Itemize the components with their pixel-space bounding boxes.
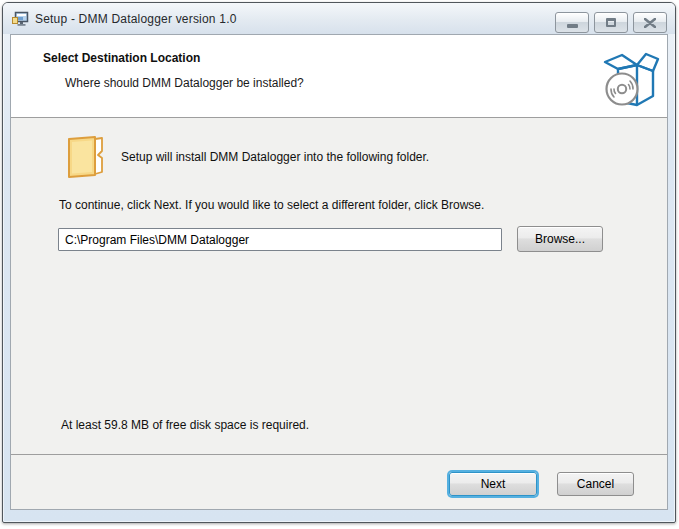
install-description: Setup will install DMM Datalogger into t… [121, 150, 429, 164]
instruction-text: To continue, click Next. If you would li… [59, 198, 484, 212]
close-button[interactable] [633, 12, 667, 33]
close-icon [644, 18, 656, 28]
destination-path-input[interactable] [58, 228, 502, 251]
maximize-button[interactable] [594, 12, 628, 33]
setup-monitor-icon [12, 11, 29, 27]
open-folder-icon [64, 133, 106, 179]
next-button[interactable]: Next [449, 472, 537, 496]
open-box-cd-icon [597, 44, 661, 109]
wizard-content: Select Destination Location Where should… [10, 34, 668, 510]
cancel-button[interactable]: Cancel [557, 472, 634, 496]
caption-buttons [555, 12, 667, 33]
maximize-icon [606, 18, 616, 27]
disk-space-text: At least 59.8 MB of free disk space is r… [61, 418, 309, 432]
minimize-icon [567, 24, 578, 28]
title-bar[interactable]: Setup - DMM Datalogger version 1.0 [3, 3, 675, 34]
wizard-body: Setup will install DMM Datalogger into t… [11, 119, 667, 454]
browse-button[interactable]: Browse... [517, 226, 603, 252]
minimize-button[interactable] [555, 12, 589, 33]
wizard-header: Select Destination Location Where should… [11, 35, 667, 118]
page-title: Select Destination Location [43, 51, 200, 65]
setup-wizard-window: Setup - DMM Datalogger version 1.0 Selec… [2, 2, 676, 523]
wizard-footer: Next Cancel [11, 454, 667, 509]
page-subtitle: Where should DMM Datalogger be installed… [65, 76, 304, 90]
window-title: Setup - DMM Datalogger version 1.0 [35, 12, 237, 26]
